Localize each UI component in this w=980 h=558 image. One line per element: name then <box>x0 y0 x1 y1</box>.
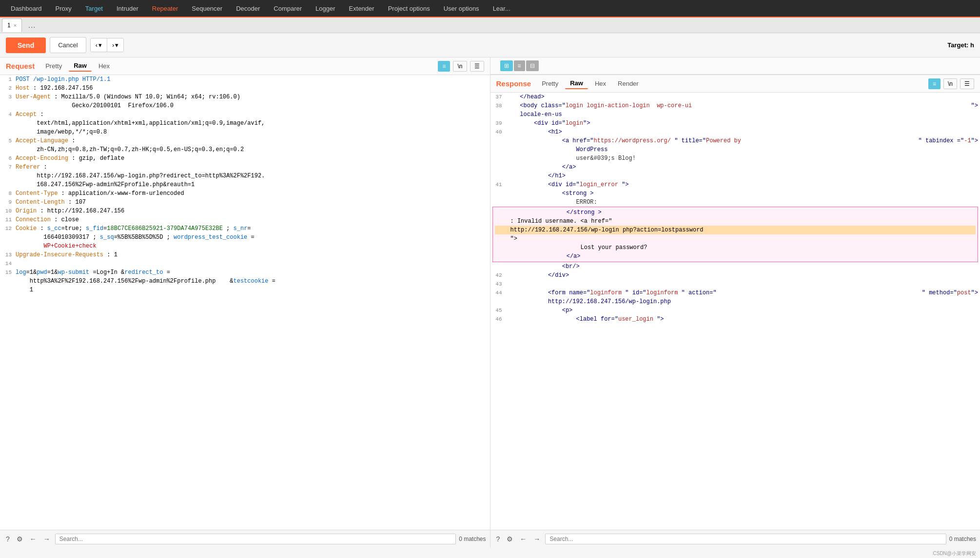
table-row: : Invalid username. <a href=" <box>495 217 976 226</box>
request-title: Request <box>6 62 35 70</box>
table-row: "> <box>495 234 976 243</box>
table-row: 6 Accept-Encoding : gzip, deflate <box>0 154 490 163</box>
table-row: 1 POST /wp-login.php HTTP/1.1 <box>0 75 490 84</box>
nav-user-options[interactable]: User options <box>437 1 486 16</box>
nav-proxy[interactable]: Proxy <box>49 1 78 16</box>
nav-learn[interactable]: Lear... <box>486 1 517 16</box>
request-code-area[interactable]: 1 POST /wp-login.php HTTP/1.1 2 Host : 1… <box>0 75 490 530</box>
table-row: 41 <div id="login_error "> <box>490 180 980 189</box>
nav-comparer[interactable]: Comparer <box>267 1 309 16</box>
table-row: ERROR: <box>490 198 980 207</box>
table-row: 10 Origin : http://192.168.247.156 <box>0 207 490 215</box>
table-row: 9 Content-Length : 107 <box>0 198 490 207</box>
table-row: Lost your password? <box>495 243 976 252</box>
table-row: http://192.168.247.156/wp-login php?acti… <box>495 226 976 234</box>
response-tab-hex[interactable]: Hex <box>590 78 611 89</box>
response-title: Response <box>496 79 531 88</box>
layout-split-btn[interactable]: ⊞ <box>500 60 513 71</box>
table-row: 2 Host : 192.168.247.156 <box>0 84 490 93</box>
tab-new[interactable]: … <box>23 19 40 32</box>
table-row: 46 <label for="user_login "> <box>490 315 980 324</box>
forward-button[interactable]: › ▾ <box>107 38 123 52</box>
request-tab-pretty[interactable]: Pretty <box>40 61 67 71</box>
request-newline-btn[interactable]: \n <box>453 61 467 72</box>
table-row: 13 Upgrade-Insecure-Requests : 1 <box>0 250 490 259</box>
table-row: 11 Connection : close <box>0 215 490 224</box>
response-list-btn[interactable]: ≡ <box>928 78 941 89</box>
request-tools: ≡ \n ☰ <box>438 61 484 72</box>
request-settings-btn[interactable]: ⚙ <box>15 534 25 544</box>
response-search-input[interactable] <box>545 534 946 544</box>
tab-1[interactable]: 1 × <box>2 19 22 32</box>
layout-right-btn[interactable]: ⊟ <box>526 60 539 71</box>
nav-intruder[interactable]: Intruder <box>110 1 145 16</box>
forward-arrow-icon: › <box>112 41 114 49</box>
nav-logger[interactable]: Logger <box>309 1 342 16</box>
nav-target[interactable]: Target <box>78 1 110 16</box>
tab-1-label: 1 <box>7 22 11 29</box>
response-newline-btn[interactable]: \n <box>943 78 957 89</box>
table-row: </h1> <box>490 172 980 180</box>
toolbar: Send Cancel ‹ ▾ › ▾ Target: h <box>0 33 980 58</box>
cancel-button[interactable]: Cancel <box>50 37 86 53</box>
request-menu-btn[interactable]: ☰ <box>470 61 484 72</box>
response-help-btn[interactable]: ? <box>494 534 502 544</box>
table-row: 37 </head> <box>490 93 980 101</box>
nav-decoder[interactable]: Decoder <box>229 1 267 16</box>
response-match-count: 0 matches <box>949 536 976 542</box>
request-tab-raw[interactable]: Raw <box>69 60 92 72</box>
back-arrow-icon: ‹ <box>96 41 98 49</box>
table-row: user&#039;s Blog! <box>490 154 980 163</box>
table-row: 38 <body class="login login-action-login… <box>490 101 980 119</box>
response-tab-pretty[interactable]: Pretty <box>537 78 563 89</box>
request-header: Request Pretty Raw Hex ≡ \n ☰ <box>0 58 490 75</box>
request-panel: Request Pretty Raw Hex ≡ \n ☰ 1 POST /wp… <box>0 58 490 547</box>
table-row: <br/> <box>490 262 980 271</box>
table-row: 8 Content-Type : application/x-www-form-… <box>0 189 490 198</box>
response-menu-btn[interactable]: ☰ <box>960 78 974 89</box>
request-help-btn[interactable]: ? <box>4 534 12 544</box>
response-tools: ≡ \n ☰ <box>928 78 974 89</box>
response-prev-match-btn[interactable]: ← <box>518 534 529 544</box>
table-row: </a> <box>490 163 980 172</box>
tab-1-close[interactable]: × <box>14 22 17 28</box>
request-prev-match-btn[interactable]: ← <box>28 534 39 544</box>
main-content: Request Pretty Raw Hex ≡ \n ☰ 1 POST /wp… <box>0 58 980 547</box>
request-list-btn[interactable]: ≡ <box>438 61 450 72</box>
response-tab-render[interactable]: Render <box>613 78 644 89</box>
layout-top-btn[interactable]: ≡ <box>514 60 525 71</box>
nav-dashboard[interactable]: Dashboard <box>4 1 49 16</box>
response-header: ⊞ ≡ ⊟ <box>490 58 980 75</box>
response-view-tabs: Pretty Raw Hex Render <box>537 78 643 89</box>
request-tab-hex[interactable]: Hex <box>94 61 115 71</box>
table-row: 43 <box>490 280 980 289</box>
table-row: 40 <h1> <box>490 128 980 136</box>
send-button[interactable]: Send <box>6 38 46 53</box>
response-next-match-btn[interactable]: → <box>531 534 542 544</box>
response-code-area[interactable]: 37 </head> 38 <body class="login login-a… <box>490 93 980 530</box>
table-row: 3 User-Agent : Mozilla/5.0 (Windows NT 1… <box>0 93 490 110</box>
response-tab-raw[interactable]: Raw <box>565 78 588 89</box>
response-tabs-header: Response Pretty Raw Hex Render ≡ \n ☰ <box>490 75 980 93</box>
nav-repeater[interactable]: Repeater <box>145 1 185 16</box>
highlight-box: </strong > : Invalid username. <a href="… <box>492 207 979 262</box>
table-row: </strong > <box>495 208 976 217</box>
nav-extender[interactable]: Extender <box>342 1 381 16</box>
table-row: 5 Accept-Language : zh-CN,zh;q=0.8,zh-TW… <box>0 136 490 154</box>
request-search-input[interactable] <box>55 534 456 544</box>
back-button[interactable]: ‹ ▾ <box>91 38 107 52</box>
table-row: 42 </div> <box>490 271 980 280</box>
request-match-count: 0 matches <box>459 536 486 542</box>
table-row: 44 <form name="loginform " id="loginform… <box>490 289 980 306</box>
nav-project-options[interactable]: Project options <box>381 1 437 16</box>
table-row: 14 <box>0 259 490 268</box>
table-row: 39 <div id="login"> <box>490 119 980 128</box>
response-settings-btn[interactable]: ⚙ <box>505 534 515 544</box>
table-row: <a href="https://wordpress.org/ " title=… <box>490 136 980 154</box>
request-next-match-btn[interactable]: → <box>41 534 52 544</box>
main-nav: Dashboard Proxy Target Intruder Repeater… <box>0 0 980 18</box>
nav-sequencer[interactable]: Sequencer <box>185 1 229 16</box>
request-view-tabs: Pretty Raw Hex <box>40 60 115 72</box>
nav-button-group: ‹ ▾ › ▾ <box>90 38 124 52</box>
response-panel: ⊞ ≡ ⊟ Response Pretty Raw Hex Render ≡ \… <box>490 58 980 547</box>
